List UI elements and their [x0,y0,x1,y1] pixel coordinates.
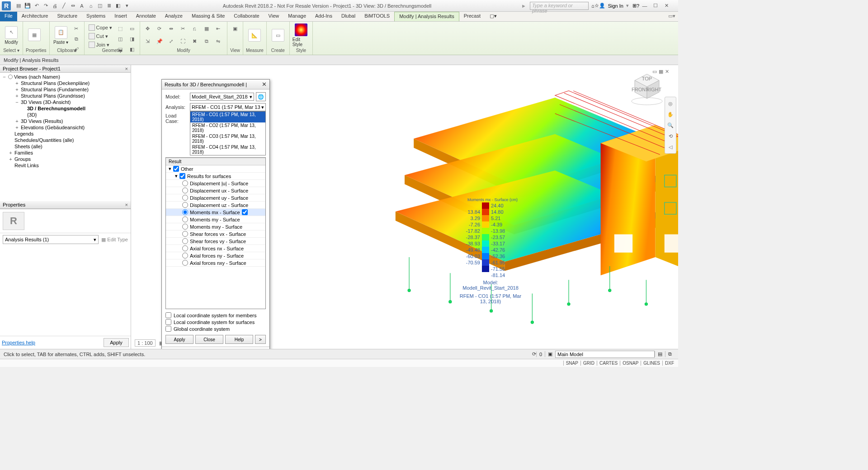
tree-row[interactable]: +Families [2,150,129,156]
main-model-input[interactable] [555,351,655,358]
tab-collaborate[interactable]: Collaborate [229,12,264,21]
cut-clip-icon[interactable]: ✂ [71,24,81,33]
result-row[interactable]: Axial forces nxy - Surface [166,259,265,267]
listbox-item[interactable]: RFEM - CO4 (1:57 PM, Mar 13, 2018) [190,144,265,155]
taskbar-item[interactable]: DXF [662,361,676,366]
create-tool[interactable]: ▭ [269,24,287,47]
tree-row[interactable]: +Structural Plans (Grundrisse) [2,93,129,99]
result-row[interactable]: Shear forces vy - Surface [166,238,265,245]
model-dropdown[interactable]: Modell_Revit_Start_2018▾ [190,93,254,101]
edit-type-button[interactable]: ▦ Edit Type [101,237,128,243]
tree-row[interactable]: Revit Links [2,162,129,169]
view-cube[interactable]: TOP FRONT RIGHT [629,71,665,107]
offset-icon[interactable]: ⇲ [143,36,153,46]
pin-icon[interactable]: 📌 [155,36,165,46]
cope-tool[interactable]: Cope ▾ [87,24,113,32]
panel-select[interactable]: Select ▾ [3,48,20,54]
rewind-icon[interactable]: ◁ [666,142,675,151]
modify-tool[interactable]: ↖Modify [3,24,20,47]
mirror2-icon[interactable]: ⇋ [213,36,223,46]
filter-icon[interactable]: ▤ [655,351,665,357]
scale-icon[interactable]: ⤢ [166,36,176,46]
geom2-icon[interactable]: ◫ [115,34,125,44]
search-input[interactable]: Type a keyword or phrase [530,2,589,10]
analysis-listbox[interactable]: RFEM - CO1 (1:57 PM, Mar 13, 2018)RFEM -… [190,111,266,155]
close-view-icon[interactable]: ✕ [665,69,669,75]
tab-bimtools[interactable]: BiMTOOLS [360,12,394,21]
tab-precast[interactable]: Precast [459,12,485,21]
close-button[interactable]: Close [195,335,223,344]
geom4-icon[interactable]: ▭ [127,24,137,33]
tab-view[interactable]: View [264,12,284,21]
edit-style-tool[interactable]: Edit Style [292,24,310,47]
result-row[interactable]: Displacement uy - Surface [166,194,265,202]
tab-architecture[interactable]: Architecture [17,12,53,21]
dialog-titlebar[interactable]: Results for 3D / Berechnungsmodell | ✕ [162,80,269,89]
delete-icon[interactable]: ✖ [190,36,200,46]
analysis-dropdown[interactable]: RFEM - CO1 (1:57 PM, Mar 13▾ [190,103,266,111]
tab-insert[interactable]: Insert [110,12,132,21]
close-icon[interactable]: × [125,66,128,71]
close-hidden-icon[interactable]: ◧ [114,2,122,10]
save-icon[interactable]: 💾 [24,2,32,10]
tab-analyze[interactable]: Analyze [160,12,187,21]
scale-label[interactable]: 1 : 100 [135,339,156,347]
tab-systems[interactable]: Systems [82,12,110,21]
print-icon[interactable]: 🖨 [51,2,59,10]
tab-structure[interactable]: Structure [52,12,82,21]
move-icon[interactable]: ✥ [143,24,153,33]
tree-row[interactable]: {3D} [2,112,129,118]
redo-icon[interactable]: ↷ [42,2,50,10]
result-row[interactable]: Displacement uz - Surface [166,202,265,209]
taskbar-item[interactable]: GRID [580,361,597,366]
trim-icon[interactable]: ✂ [178,24,188,33]
undo-icon[interactable]: ↶ [33,2,41,10]
minimize-button[interactable]: — [639,1,650,10]
dim-icon[interactable]: ⇔ [69,2,77,10]
unpin-icon[interactable]: ⛶ [178,36,188,46]
coord-check[interactable]: Global coordinate system [165,325,266,332]
copy-icon[interactable]: ⧉ [202,36,212,46]
result-row[interactable]: Moments mxy - Surface [166,223,265,230]
result-tree[interactable]: Result ▾Other ▾Results for surfaces Disp… [165,157,266,309]
signin-label[interactable]: Sign In [605,3,626,9]
properties-help-link[interactable]: Properties help [2,340,35,345]
tree-row[interactable]: 3D / Berechnungsmodell [2,105,129,112]
tree-node-other[interactable]: ▾Other [166,165,265,173]
keyapp-icon[interactable]: ⌂ [591,3,594,9]
split-icon[interactable]: ⎌ [190,24,200,33]
tree-row[interactable]: −3D Views (3D-Ansicht) [2,99,129,105]
result-row[interactable]: Moments my - Surface [166,216,265,223]
cut-tool[interactable]: Cut ▾ [87,32,113,40]
orbit-icon[interactable]: ⟲ [666,132,675,141]
tree-row[interactable]: Sheets (alle) [2,143,129,150]
pan-icon[interactable]: ✋ [666,110,675,119]
taskbar-item[interactable]: GLINES [641,361,662,366]
3d-icon[interactable]: ⌂ [87,2,95,10]
array-icon[interactable]: ▦ [202,24,212,33]
tree-node-surfaces[interactable]: ▾Results for surfaces [166,173,265,180]
signin-icon[interactable]: 👤 [599,3,605,9]
ribbon-collapse-icon[interactable]: ▭▾ [665,12,678,21]
refresh-model-icon[interactable]: 🌐 [256,92,266,101]
close-button[interactable]: ✕ [661,1,672,10]
tab-massing[interactable]: Massing & Site [187,12,229,21]
taskbar-item[interactable]: OSNAP [620,361,641,366]
tab-addins[interactable]: Add-Ins [311,12,337,21]
tree-row[interactable]: +Structural Plans (Deckenpläne) [2,80,129,86]
worksets-icon[interactable]: ⧉ [665,351,675,357]
tree-row[interactable]: +Structural Plans (Fundamente) [2,86,129,93]
zoom-icon[interactable]: 🔍 [666,121,675,130]
apply-button[interactable]: Apply [104,338,129,347]
listbox-item[interactable]: RFEM - CO1 (1:57 PM, Mar 13, 2018) [190,112,265,122]
tree-row[interactable]: Legends [2,131,129,137]
exchange-icon[interactable]: ⊞ [632,3,637,9]
coord-check[interactable]: Local coordinate system for members [165,312,266,319]
view-icon[interactable]: ▣ [230,24,240,33]
wheel-icon[interactable]: ◎ [666,99,675,108]
project-browser-tree[interactable]: −Views (nach Namen) +Structural Plans (D… [0,73,131,201]
result-row[interactable]: Shear forces vx - Surface [166,230,265,238]
paste-tool[interactable]: 📋Paste ▾ [52,24,70,47]
maximize-button[interactable]: ☐ [650,1,661,10]
measure-icon[interactable]: ╱ [60,2,68,10]
